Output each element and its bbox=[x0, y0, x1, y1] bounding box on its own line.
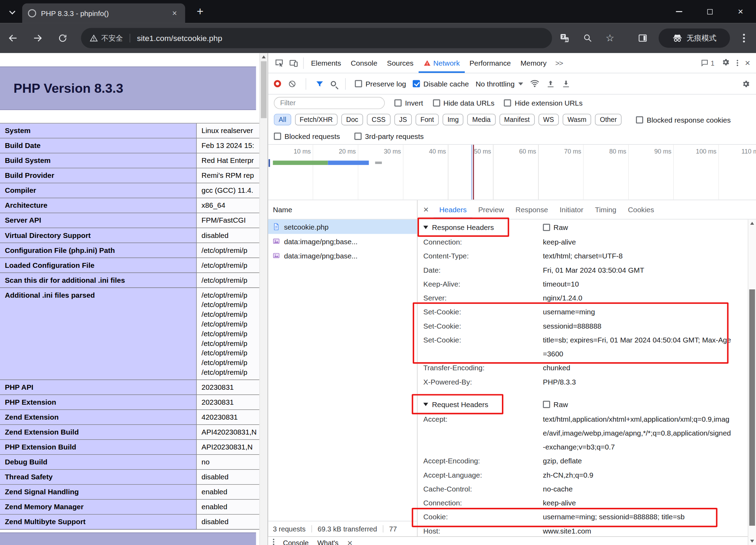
url-text[interactable]: site1.com/setcookie.php bbox=[137, 34, 222, 43]
devtools-tab[interactable]: Network bbox=[418, 53, 464, 73]
network-overview[interactable]: 10 ms20 ms30 ms40 ms50 ms60 ms70 ms80 ms… bbox=[268, 145, 756, 200]
scroll-up-button[interactable] bbox=[260, 53, 268, 61]
type-filter-chip[interactable]: Img bbox=[443, 114, 463, 125]
search-button[interactable] bbox=[581, 32, 594, 44]
close-details-icon[interactable]: × bbox=[423, 205, 429, 214]
type-filter-chip[interactable]: Font bbox=[415, 114, 439, 125]
type-filter-chip[interactable]: Fetch/XHR bbox=[295, 114, 337, 125]
devtools-tab[interactable]: Sources bbox=[382, 53, 418, 73]
forward-button[interactable] bbox=[31, 31, 45, 46]
scrollbar-thumb[interactable] bbox=[749, 289, 755, 526]
back-button[interactable] bbox=[6, 31, 20, 46]
close-button[interactable]: × bbox=[725, 0, 756, 23]
browser-menu-button[interactable] bbox=[738, 32, 750, 44]
details-scrollbar[interactable] bbox=[748, 220, 756, 545]
header-row: Accept-Language: zh-CN,zh;q=0.9 bbox=[418, 468, 744, 482]
hide-extension-urls-option[interactable]: Hide extension URLs bbox=[504, 99, 582, 107]
scroll-down-button[interactable] bbox=[748, 537, 756, 545]
invert-checkbox[interactable] bbox=[394, 99, 402, 106]
invert-option[interactable]: Invert bbox=[394, 99, 423, 107]
blocked-requests-checkbox[interactable] bbox=[274, 133, 281, 140]
blocked-response-cookies-option[interactable]: Blocked response cookies bbox=[636, 116, 731, 124]
raw-checkbox[interactable] bbox=[543, 224, 550, 231]
raw-toggle[interactable]: Raw bbox=[543, 400, 568, 408]
page-scrollbar[interactable] bbox=[259, 53, 268, 545]
type-filter-chip[interactable]: Media bbox=[468, 114, 496, 125]
type-filter-chip[interactable]: Manifest bbox=[499, 114, 534, 125]
request-row[interactable]: data:image/png;base... bbox=[268, 248, 417, 263]
response-headers-section-header[interactable]: Response Headers Raw bbox=[418, 220, 744, 235]
details-tab[interactable]: Timing bbox=[589, 200, 622, 219]
hide-data-urls-option[interactable]: Hide data URLs bbox=[433, 99, 495, 107]
tab-label: Memory bbox=[520, 59, 546, 67]
third-party-requests-option[interactable]: 3rd-party requests bbox=[354, 132, 424, 140]
devtools-menu-icon[interactable] bbox=[737, 62, 738, 64]
preserve-log-checkbox[interactable] bbox=[355, 80, 362, 87]
details-tab[interactable]: Cookies bbox=[622, 200, 660, 219]
blocked-response-cookies-checkbox[interactable] bbox=[636, 116, 643, 123]
type-filter-chip[interactable]: JS bbox=[394, 114, 412, 125]
type-filter-chip[interactable]: Wasm bbox=[563, 114, 591, 125]
devtools-tab[interactable]: Console bbox=[346, 53, 382, 73]
disable-cache-option[interactable]: Disable cache bbox=[413, 80, 469, 88]
raw-checkbox[interactable] bbox=[543, 401, 550, 408]
network-settings-button[interactable] bbox=[741, 79, 750, 88]
devtools-tab[interactable]: Elements bbox=[306, 53, 346, 73]
device-toolbar-button[interactable] bbox=[286, 56, 301, 70]
preserve-log-option[interactable]: Preserve log bbox=[355, 80, 406, 88]
tab-close-icon[interactable]: × bbox=[170, 8, 179, 18]
throttling-dropdown[interactable]: No throttling bbox=[476, 80, 523, 88]
translate-button[interactable] bbox=[558, 32, 571, 44]
details-tab[interactable]: Preview bbox=[472, 200, 510, 219]
new-tab-button[interactable]: + bbox=[192, 4, 208, 19]
type-filter-chip[interactable]: CSS bbox=[367, 114, 390, 125]
devtools-tab[interactable]: Performance bbox=[465, 53, 516, 73]
type-filter-chip[interactable]: All bbox=[274, 114, 291, 125]
disable-cache-checkbox[interactable] bbox=[413, 80, 420, 87]
details-tab[interactable]: Response bbox=[510, 200, 554, 219]
details-tab[interactable]: Initiator bbox=[554, 200, 589, 219]
devtools-tab[interactable]: Memory bbox=[516, 53, 552, 73]
record-button[interactable] bbox=[274, 80, 281, 87]
drawer-tab-whats-new[interactable]: What's bbox=[317, 538, 338, 545]
import-har-button[interactable] bbox=[546, 79, 555, 88]
minimize-button[interactable] bbox=[663, 0, 694, 23]
type-filter-chip[interactable]: WS bbox=[538, 114, 559, 125]
details-tab[interactable]: Headers bbox=[434, 200, 472, 219]
hide-data-urls-checkbox[interactable] bbox=[433, 99, 440, 106]
raw-toggle[interactable]: Raw bbox=[543, 223, 568, 231]
blocked-requests-option[interactable]: Blocked requests bbox=[274, 132, 340, 140]
clear-button[interactable] bbox=[288, 79, 296, 88]
drawer-tab-console[interactable]: Console bbox=[283, 538, 309, 545]
tab-search-button[interactable] bbox=[5, 5, 19, 19]
name-column-header[interactable]: Name bbox=[268, 200, 417, 220]
bookmark-button[interactable]: ☆ bbox=[604, 32, 616, 44]
hide-extension-urls-checkbox[interactable] bbox=[504, 99, 511, 106]
reload-button[interactable] bbox=[56, 31, 70, 46]
export-har-button[interactable] bbox=[562, 79, 571, 88]
drawer-close-icon[interactable]: × bbox=[347, 538, 352, 545]
type-filter-chip[interactable]: Other bbox=[595, 114, 621, 125]
type-filter-chip[interactable]: Doc bbox=[341, 114, 363, 125]
scrollbar-thumb[interactable] bbox=[261, 61, 267, 118]
maximize-button[interactable] bbox=[694, 0, 725, 23]
request-row[interactable]: setcookie.php bbox=[268, 220, 417, 234]
network-conditions-button[interactable] bbox=[530, 79, 540, 89]
request-row[interactable]: data:image/png;base... bbox=[268, 234, 417, 248]
inspect-element-button[interactable] bbox=[272, 56, 286, 70]
browser-tab[interactable]: PHP 8.3.3 - phpinfo() × bbox=[22, 3, 185, 23]
third-party-requests-checkbox[interactable] bbox=[354, 133, 362, 140]
filter-input[interactable] bbox=[274, 97, 385, 109]
more-tabs-button[interactable]: >> bbox=[552, 59, 567, 67]
drawer-menu-icon[interactable] bbox=[273, 541, 274, 543]
devtools-settings-button[interactable] bbox=[721, 58, 730, 68]
request-headers-section-header[interactable]: Request Headers Raw bbox=[418, 396, 744, 412]
security-chip[interactable]: 不安全 bbox=[90, 34, 123, 43]
filter-toggle-button[interactable] bbox=[315, 79, 324, 88]
devtools-close-icon[interactable]: × bbox=[745, 58, 750, 67]
issues-button[interactable]: 1 bbox=[700, 59, 714, 67]
address-bar[interactable]: 不安全 site1.com/setcookie.php bbox=[81, 28, 552, 48]
side-panel-button[interactable] bbox=[637, 32, 649, 44]
scroll-up-button[interactable] bbox=[748, 220, 756, 227]
network-search-icon[interactable] bbox=[331, 81, 336, 86]
